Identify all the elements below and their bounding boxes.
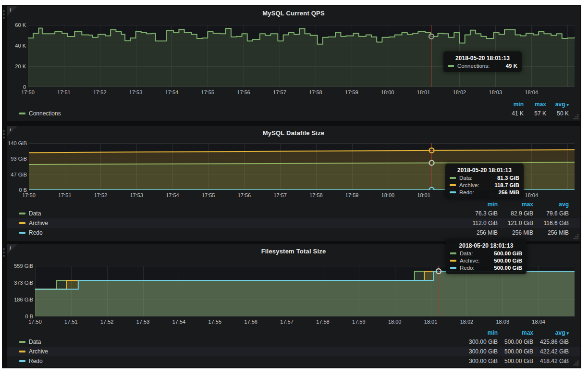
legend-series-label: Archive bbox=[29, 220, 48, 226]
x-axis-tick-label: 17:50 bbox=[17, 192, 40, 198]
legend-row-archive: Archive300.00 GiB500.00 GiB422.42 GiB bbox=[7, 347, 580, 356]
x-axis-tick-label: 17:53 bbox=[125, 192, 148, 198]
x-axis-tick-label: 17:50 bbox=[24, 319, 47, 325]
tooltip-series-name: Connections: bbox=[457, 63, 490, 69]
row-drag-handle[interactable] bbox=[3, 248, 5, 258]
graph-legend: minmaxavg▾Connections41 K57 K50 K bbox=[7, 101, 580, 118]
legend-stats-header-row: minmaxavg bbox=[7, 201, 580, 209]
series-color-dash bbox=[450, 260, 456, 262]
x-axis-tick-label: 17:57 bbox=[268, 89, 291, 95]
x-axis-tick-label: 18:02 bbox=[448, 89, 471, 95]
legend-sort-avg[interactable]: avg▾ bbox=[533, 329, 569, 338]
y-axis-tick-label: 93 GiB bbox=[7, 155, 27, 162]
legend-series-toggle-archive[interactable]: Archive bbox=[19, 218, 48, 228]
graph-tooltip: 2018-05-20 18:01:13 Data:500.00 GiBArchi… bbox=[446, 239, 527, 274]
legend-series-toggle-redo[interactable]: Redo bbox=[19, 228, 43, 238]
legend-series-label: Redo bbox=[29, 229, 43, 236]
x-axis-tick-label: 18:00 bbox=[376, 192, 399, 198]
tooltip-series-value: 81.3 GiB bbox=[491, 175, 519, 181]
legend-series-label: Archive bbox=[29, 348, 48, 355]
x-axis-tick-label: 17:56 bbox=[233, 192, 256, 198]
legend-series-toggle-connections[interactable]: Connections bbox=[19, 109, 61, 118]
x-axis-tick-label: 17:58 bbox=[304, 89, 327, 95]
x-axis-tick-label: 17:58 bbox=[311, 319, 334, 325]
row-drag-handle[interactable] bbox=[3, 10, 5, 20]
legend-stat-value: 425.86 GiB bbox=[533, 337, 569, 347]
legend-sort-min[interactable]: min bbox=[501, 101, 524, 109]
tooltip-series-row: Redo:500.00 GiB bbox=[450, 265, 522, 271]
legend-sort-max[interactable]: max bbox=[498, 329, 533, 338]
tooltip-series-row: Data:81.3 GiB bbox=[450, 175, 519, 181]
graph-legend: minmaxavgData76.3 GiB82.9 GiB79.6 GiBArc… bbox=[7, 201, 580, 238]
legend-sort-max[interactable]: max bbox=[524, 101, 546, 109]
tooltip-series-name: Redo: bbox=[459, 189, 474, 195]
legend-stat-value: 82.9 GiB bbox=[498, 209, 533, 218]
tooltip-series-value: 500.00 GiB bbox=[488, 258, 522, 264]
series-color-dash bbox=[19, 232, 25, 234]
tooltip-series-name: Data: bbox=[459, 175, 473, 181]
legend-series-toggle-data[interactable]: Data bbox=[19, 337, 41, 347]
legend-sort-avg[interactable]: avg▾ bbox=[546, 101, 569, 109]
series-color-dash bbox=[450, 252, 456, 254]
x-axis-tick-label: 17:51 bbox=[53, 192, 76, 198]
legend-series-toggle-archive[interactable]: Archive bbox=[19, 347, 48, 356]
legend-stat-value: 500.00 GiB bbox=[498, 356, 533, 366]
x-axis-tick-label: 17:55 bbox=[196, 89, 219, 95]
legend-row-redo: Redo256 MiB256 MiB256 MiB bbox=[7, 228, 580, 238]
row-drag-handle[interactable] bbox=[3, 130, 5, 140]
y-axis-tick-label: 140 GiB bbox=[7, 140, 27, 147]
x-axis-tick-label: 17:54 bbox=[167, 319, 190, 325]
legend-series-label: Connections bbox=[29, 110, 61, 117]
tooltip-series-row: Connections:49 K bbox=[448, 63, 517, 69]
tooltip-series-value: 118.7 GiB bbox=[489, 182, 519, 188]
legend-stat-value: 300.00 GiB bbox=[462, 356, 498, 366]
legend-stat-value: 256 MiB bbox=[462, 228, 498, 238]
series-color-dash bbox=[19, 360, 25, 362]
legend-stat-value: 418.42 GiB bbox=[533, 356, 569, 366]
graph-tooltip: 2018-05-20 18:01:13 Connections:49 K bbox=[443, 51, 522, 72]
legend-sort-max[interactable]: max bbox=[498, 201, 533, 209]
series-color-dash bbox=[19, 213, 25, 214]
tooltip-series-row: Archive:118.7 GiB bbox=[450, 182, 519, 188]
tooltip-series-value: 49 K bbox=[500, 63, 517, 69]
legend-row-data: Data300.00 GiB500.00 GiB425.86 GiB bbox=[7, 337, 580, 347]
legend-stat-value: 256 MiB bbox=[498, 228, 533, 238]
x-axis-tick-label: 17:59 bbox=[347, 319, 370, 325]
legend-series-label: Data bbox=[29, 210, 41, 217]
x-axis-tick-label: 17:55 bbox=[203, 319, 226, 325]
legend-stat-value: 500.00 GiB bbox=[498, 337, 533, 347]
legend-series-toggle-redo[interactable]: Redo bbox=[19, 356, 43, 366]
graph-legend: minmaxavg▾Data300.00 GiB500.00 GiB425.86… bbox=[7, 329, 580, 366]
x-axis-tick-label: 18:00 bbox=[376, 89, 399, 95]
x-axis-tick-label: 18:00 bbox=[383, 319, 406, 325]
legend-sort-avg[interactable]: avg bbox=[533, 201, 569, 209]
tooltip-series-value: 500.00 GiB bbox=[488, 265, 522, 271]
panel-resize-handle[interactable] bbox=[573, 233, 579, 239]
legend-stat-value: 76.3 GiB bbox=[462, 209, 498, 218]
series-color-dash bbox=[19, 222, 25, 224]
tooltip-series-row: Redo:256 MiB bbox=[450, 189, 519, 195]
x-axis-tick-label: 17:56 bbox=[232, 89, 255, 95]
legend-stat-value: 79.6 GiB bbox=[533, 209, 569, 218]
x-axis-tick-label: 17:58 bbox=[305, 192, 328, 198]
legend-sort-min[interactable]: min bbox=[462, 329, 498, 338]
y-axis-tick-label: 559 GiB bbox=[7, 263, 33, 269]
x-axis-tick-label: 17:50 bbox=[16, 89, 39, 95]
legend-stat-value: 500.00 GiB bbox=[498, 347, 533, 356]
x-axis-tick-label: 17:57 bbox=[275, 319, 298, 325]
legend-sort-min[interactable]: min bbox=[462, 201, 498, 209]
x-axis-tick-label: 17:52 bbox=[89, 192, 112, 198]
legend-stat-value: 300.00 GiB bbox=[462, 347, 498, 356]
y-axis-tick-label: 40 K bbox=[7, 42, 26, 49]
tooltip-series-value: 256 MiB bbox=[493, 189, 519, 195]
caret-down-icon: ▾ bbox=[566, 102, 569, 107]
series-color-dash bbox=[450, 177, 456, 179]
panel-resize-handle[interactable] bbox=[573, 360, 579, 366]
x-axis-tick-label: 18:03 bbox=[491, 319, 514, 325]
x-axis-tick-label: 18:04 bbox=[527, 319, 550, 325]
tooltip-series-name: Redo: bbox=[460, 265, 475, 271]
x-axis-tick-label: 18:03 bbox=[484, 89, 507, 95]
legend-series-toggle-data[interactable]: Data bbox=[19, 209, 41, 218]
panel-resize-handle[interactable] bbox=[573, 113, 579, 120]
y-axis-tick-label: 47 GiB bbox=[7, 171, 27, 178]
